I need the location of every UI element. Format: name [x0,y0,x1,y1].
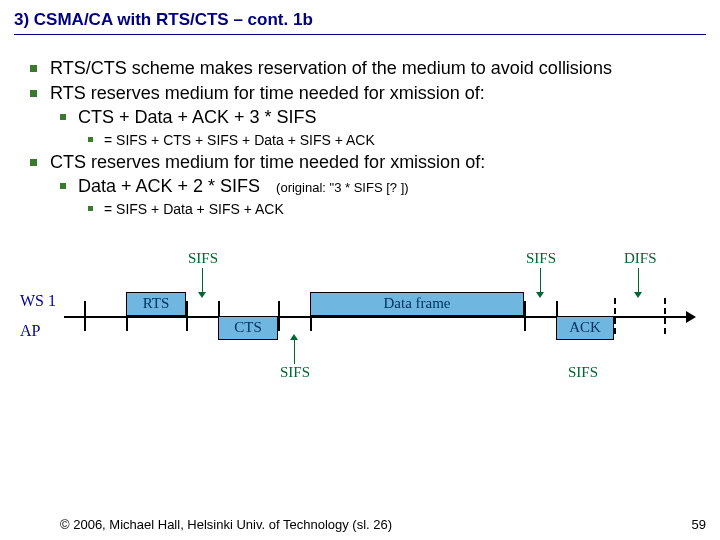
bullet-list-2: Data + ACK + 2 * SIFS (original: "3 * SI… [50,175,706,218]
sifs-label: SIFS [526,250,556,267]
bullet-item: = SIFS + CTS + SIFS + Data + SIFS + ACK [104,131,706,149]
page-number: 59 [692,517,706,532]
bullet-item: = SIFS + Data + SIFS + ACK [104,200,706,218]
bullet-list-3: = SIFS + Data + SIFS + ACK [78,200,706,218]
bullet-item: RTS reserves medium for time needed for … [50,82,706,149]
difs-label: DIFS [624,250,657,267]
bullet-list-1: RTS/CTS scheme makes reservation of the … [14,57,706,218]
copyright: © 2006, Michael Hall, Helsinki Univ. of … [60,517,392,532]
data-block: Data frame [310,292,524,316]
bullet-text: RTS reserves medium for time needed for … [50,83,485,103]
ap-label: AP [20,322,40,340]
bullet-list-3: = SIFS + CTS + SIFS + Data + SIFS + ACK [78,131,706,149]
bullet-item: CTS reserves medium for time needed for … [50,151,706,218]
sifs-label: SIFS [188,250,218,267]
bullet-item: Data + ACK + 2 * SIFS (original: "3 * SI… [78,175,706,218]
bullet-text: CTS reserves medium for time needed for … [50,152,485,172]
bullet-text: CTS + Data + ACK + 3 * SIFS [78,107,317,127]
bullet-text: Data + ACK + 2 * SIFS [78,175,260,198]
cts-block: CTS [218,316,278,340]
bullet-item: CTS + Data + ACK + 3 * SIFS = SIFS + CTS… [78,106,706,149]
timing-diagram: WS 1 AP RTS CTS Data frame ACK SIFS SIFS… [20,246,700,406]
slide-title: 3) CSMA/CA with RTS/CTS – cont. 1b [14,10,706,35]
bullet-item: RTS/CTS scheme makes reservation of the … [50,57,706,80]
sifs-label: SIFS [280,364,310,381]
bullet-list-2: CTS + Data + ACK + 3 * SIFS = SIFS + CTS… [50,106,706,149]
original-note: (original: "3 * SIFS [? ]) [276,180,409,196]
rts-block: RTS [126,292,186,316]
ws-label: WS 1 [20,292,56,310]
sifs-label: SIFS [568,364,598,381]
ack-block: ACK [556,316,614,340]
